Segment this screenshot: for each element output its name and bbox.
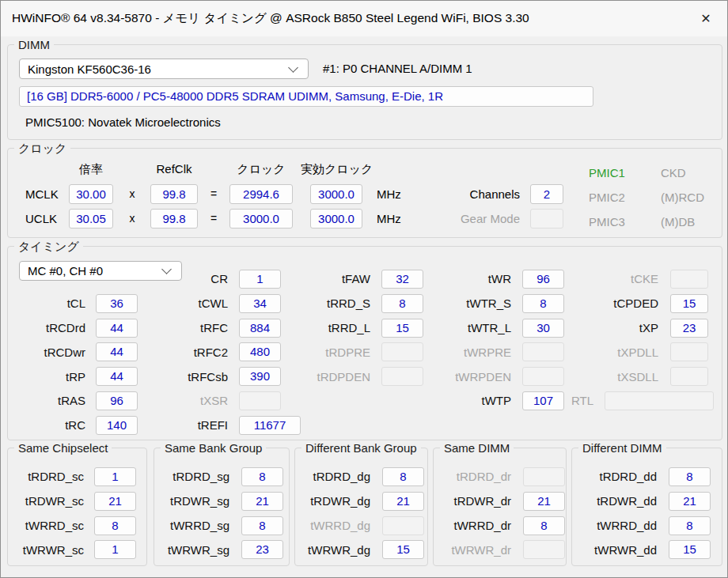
pmic-info-text: PMIC5100: Novatek Microelectronics (25, 115, 221, 130)
dimm-select[interactable]: Kingston KF560C36-16 (19, 59, 309, 79)
field-value-tRDRD_dg: 8 (382, 467, 424, 486)
field-label-tXPDLL: tXPDLL (586, 346, 658, 359)
uclk-times-sign: x (127, 209, 138, 229)
field-row-tRDWR_dr: tRDWR_dr21 (440, 489, 565, 513)
field-row-tRDPRE: tRDPRE (301, 340, 423, 365)
field-label-tWR: tWR (440, 272, 511, 285)
mclk-clock-value: 2994.6 (229, 184, 293, 204)
field-value-tRDRD_sc: 1 (94, 467, 136, 486)
chevron-down-icon (288, 62, 298, 73)
field-row-tXSR: tXSR (158, 389, 301, 414)
field-row-tRAS: tRAS96 (16, 389, 138, 414)
uclk-equals-sign: = (207, 209, 220, 229)
field-label-tCKE: tCKE (586, 272, 658, 285)
field-label-tWRWR_sg: tWRWR_sg (161, 543, 229, 557)
field-row-tRDWR_dg: tRDWR_dg21 (301, 489, 424, 513)
field-row-tRRD_L: tRRD_L15 (301, 315, 423, 340)
same-bank-group-label: Same Bank Group (161, 440, 266, 455)
mclk-equals-sign: = (207, 184, 220, 204)
pmic1-value: CKD (661, 164, 686, 182)
field-value-tRP: 44 (96, 367, 138, 386)
mc-channel-select-value: MC #0, CH #0 (20, 264, 158, 278)
field-label-tRDRD_dd: tRDRD_dd (578, 470, 657, 483)
field-row-tRDRD_dg: tRDRD_dg8 (301, 465, 424, 489)
field-label-tWRRD_dr: tWRRD_dr (440, 519, 511, 532)
gear-mode-label: Gear Mode (404, 209, 520, 229)
field-value-tWRRD_sc: 8 (94, 516, 136, 535)
field-label-tWRWR_dg: tWRWR_dg (301, 543, 370, 557)
field-label-tXSR: tXSR (158, 394, 228, 407)
field-row-tCKE: tCKE (586, 267, 708, 292)
pmic3-value: (M)DB (661, 213, 695, 231)
field-label-tRRD_L: tRRD_L (301, 321, 370, 334)
field-label-tXSDLL: tXSDLL (586, 370, 658, 383)
dimm-group-label: DIMM (14, 37, 54, 52)
field-row-tRDWR_dd: tRDWR_dd21 (578, 489, 711, 513)
clock-header-clock: クロック (229, 161, 293, 177)
field-label-tWRRD_sc: tWRRD_sc (14, 519, 84, 532)
pmic1-label: PMIC1 (589, 164, 625, 182)
field-value-tWTP: 107 (522, 391, 564, 410)
group-same-bank-group: Same Bank Group tRDRD_sg8tRDWR_sg21tWRRD… (154, 448, 290, 566)
group-same-dimm: Same DIMM tRDRD_drtRDWR_dr21tWRRD_dr8tWR… (433, 448, 567, 566)
field-label-tRP: tRP (16, 370, 85, 383)
field-value-tWRPRE (522, 342, 564, 361)
field-row-tRFCsb: tRFCsb390 (158, 365, 301, 389)
timing-column-power: tCKEtCPDED15tXP23tXPDLLtXSDLL (586, 267, 708, 389)
field-value-tWRWR_dg: 15 (382, 540, 424, 559)
field-label-tWTR_L: tWTR_L (440, 321, 511, 334)
field-label-tRDRD_sg: tRDRD_sg (161, 470, 229, 483)
mclk-label: MCLK (25, 184, 59, 204)
field-value-tRDWR_dg: 21 (382, 492, 424, 511)
field-label-tCWL: tCWL (158, 297, 228, 310)
field-row-tWRRD_dd: tWRRD_dd8 (578, 513, 711, 538)
field-label-CR: CR (158, 272, 228, 285)
close-icon[interactable]: ✕ (692, 6, 719, 32)
clock-group: クロック 倍率 RefClk クロック 実効クロック MCLK 30.00 x … (7, 148, 722, 238)
field-label-tRDWR_sc: tRDWR_sc (14, 494, 84, 508)
field-value-tRRD_L: 15 (381, 319, 423, 338)
field-row-tWRRD_sc: tWRRD_sc8 (14, 513, 136, 538)
field-label-tXP: tXP (586, 321, 658, 334)
same-dimm-fields: tRDRD_drtRDWR_dr21tWRRD_dr8tWRWR_dr (440, 465, 565, 562)
field-row-tCPDED: tCPDED15 (586, 291, 708, 315)
hwinfo-memory-timing-window: HWiNFO® 64 v8.34-5870 - メモリ タイミング @ ASRo… (0, 0, 728, 578)
field-value-tREFI: 11677 (239, 416, 301, 435)
field-label-tWRPDEN: tWRPDEN (440, 370, 511, 383)
field-row-tRDWR_sc: tRDWR_sc21 (14, 489, 136, 513)
field-label-tRDRD_dr: tRDRD_dr (440, 470, 511, 483)
field-row-tWRRD_dg: tWRRD_dg (301, 513, 424, 538)
clock-group-label: クロック (14, 141, 70, 156)
dimm-select-value: Kingston KF560C36-16 (20, 62, 285, 76)
field-row-tRC: tRC140 (16, 413, 138, 437)
field-value-tRDWR_sg: 21 (241, 492, 283, 511)
field-label-tCPDED: tCPDED (586, 297, 658, 310)
field-row-tXP: tXP23 (586, 315, 708, 340)
field-row-tWTR_S: tWTR_S8 (440, 291, 564, 315)
field-label-tRC: tRC (16, 418, 85, 432)
clock-header-refclk: RefClk (150, 161, 198, 177)
field-row-tWRPDEN: tWRPDEN (440, 365, 564, 389)
field-label-tRCDrd: tRCDrd (16, 321, 85, 334)
uclk-effective-clock-value: 3000.0 (310, 209, 362, 229)
mclk-multiplier-value: 30.00 (69, 184, 113, 204)
field-value-tWR: 96 (522, 270, 564, 289)
field-row-tRDRD_dr: tRDRD_dr (440, 465, 565, 489)
field-value-tRDWR_dd: 21 (669, 492, 711, 511)
field-value-tCPDED: 15 (670, 294, 708, 313)
timing-group-label: タイミング (14, 239, 83, 254)
field-row-tWRWR_sc: tWRWR_sc1 (14, 538, 136, 562)
pmic2-label: PMIC2 (589, 189, 625, 206)
timing-column-rrd: tFAW32tRRD_S8tRRD_L15tRDPREtRDPDEN (301, 267, 423, 389)
rtl-row: RTL (562, 389, 714, 414)
field-row-tWRWR_sg: tWRWR_sg23 (161, 538, 283, 562)
field-row-tRP: tRP44 (16, 365, 138, 389)
group-same-chipselect: Same Chipselect tRDRD_sc1tRDWR_sc21tWRRD… (7, 448, 147, 566)
timing-column-write: tWR96tWTR_S8tWTR_L30tWRPREtWRPDENtWTP107 (440, 267, 564, 414)
field-label-tRDWR_sg: tRDWR_sg (161, 494, 229, 508)
field-label-tRFC2: tRFC2 (158, 346, 228, 359)
different-bank-group-label: Different Bank Group (301, 440, 421, 455)
field-row-tRDRD_sg: tRDRD_sg8 (161, 465, 283, 489)
field-value-tRDRD_dd: 8 (669, 467, 711, 486)
field-value-tWTR_L: 30 (522, 319, 564, 338)
